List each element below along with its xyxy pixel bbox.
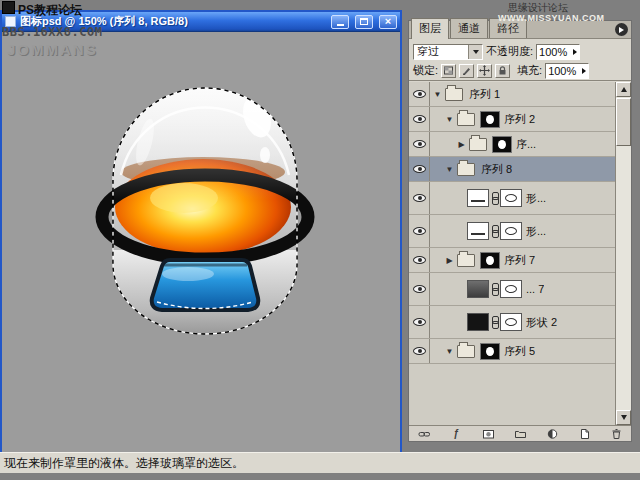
- add-layer-style-button[interactable]: ƒ: [449, 427, 463, 440]
- layer-row[interactable]: 形...: [409, 182, 615, 215]
- collapse-icon[interactable]: ▼: [444, 347, 455, 356]
- lock-icon: [497, 65, 508, 76]
- dropdown-arrow-button[interactable]: [468, 45, 482, 59]
- scroll-down-button[interactable]: [616, 410, 631, 425]
- new-adjustment-layer-button[interactable]: [545, 427, 559, 440]
- eye-icon: [413, 318, 426, 326]
- visibility-toggle[interactable]: [409, 339, 430, 363]
- lock-image-pixels-button[interactable]: [459, 64, 474, 78]
- opacity-input[interactable]: 100%: [536, 44, 580, 60]
- chevron-down-icon: [621, 415, 627, 420]
- layer-thumbnail[interactable]: [467, 189, 489, 207]
- minimize-button[interactable]: [331, 15, 349, 29]
- group-folder-icon: [469, 138, 487, 151]
- tutorial-caption: 现在来制作罩里的液体。选择玻璃罩的选区。: [0, 452, 640, 473]
- add-layer-mask-button[interactable]: [481, 427, 495, 440]
- expand-icon[interactable]: ▶: [444, 256, 455, 265]
- chevron-up-icon: [621, 87, 627, 92]
- link-layers-button[interactable]: [417, 427, 431, 440]
- new-layer-button[interactable]: [577, 427, 591, 440]
- visibility-toggle[interactable]: [409, 132, 430, 156]
- layer-list-scrollbar[interactable]: [615, 82, 631, 425]
- close-button[interactable]: ×: [379, 15, 397, 29]
- close-icon: ×: [385, 16, 391, 27]
- brush-icon: [461, 65, 472, 76]
- layer-name[interactable]: 序列 5: [504, 344, 535, 359]
- adjustment-circle-icon: [546, 428, 559, 440]
- eye-icon: [413, 285, 426, 293]
- layer-name[interactable]: 序列 1: [469, 87, 500, 102]
- visibility-toggle[interactable]: [409, 248, 430, 272]
- new-page-icon: [578, 428, 591, 440]
- layer-row[interactable]: ▶序列 7: [409, 248, 615, 273]
- fill-input[interactable]: 100%: [545, 63, 589, 79]
- layer-row[interactable]: 形...: [409, 215, 615, 248]
- scrollbar-thumb[interactable]: [616, 98, 631, 146]
- layer-name[interactable]: 序列 8: [481, 162, 512, 177]
- layer-row[interactable]: ... 7: [409, 273, 615, 306]
- layer-row[interactable]: ▼序列 2: [409, 107, 615, 132]
- collapse-icon[interactable]: ▼: [432, 90, 443, 99]
- layer-row[interactable]: ▼序列 5: [409, 339, 615, 364]
- visibility-toggle[interactable]: [409, 157, 430, 181]
- tab-layers[interactable]: 图层: [411, 18, 449, 39]
- fill-slider-arrow-icon[interactable]: [582, 68, 586, 74]
- lock-transparent-pixels-button[interactable]: [441, 64, 456, 78]
- vector-mask-thumbnail[interactable]: [500, 313, 522, 331]
- vector-mask-thumbnail[interactable]: [500, 222, 522, 240]
- panel-tab-bar: 图层 通道 路径: [409, 21, 631, 39]
- lock-position-button[interactable]: [477, 64, 492, 78]
- layer-name[interactable]: 序...: [516, 137, 536, 152]
- visibility-toggle[interactable]: [409, 182, 430, 214]
- layer-mask-thumbnail[interactable]: [480, 111, 500, 128]
- eye-icon: [413, 90, 426, 98]
- layers-panel: 图层 通道 路径 穿过 不透明度: 100% 锁定:: [408, 20, 632, 442]
- visibility-toggle[interactable]: [409, 82, 430, 106]
- new-group-button[interactable]: [513, 427, 527, 440]
- expand-icon[interactable]: ▶: [456, 140, 467, 149]
- canvas[interactable]: [2, 32, 400, 452]
- layer-name[interactable]: 形...: [526, 224, 546, 239]
- trash-icon: [610, 428, 623, 440]
- tab-channels[interactable]: 通道: [450, 18, 488, 38]
- opacity-slider-arrow-icon[interactable]: [573, 49, 577, 55]
- layer-mask-thumbnail[interactable]: [480, 343, 500, 360]
- collapse-icon[interactable]: ▼: [444, 165, 455, 174]
- visibility-toggle[interactable]: [409, 306, 430, 338]
- layer-name[interactable]: 形状 2: [526, 315, 557, 330]
- layer-name[interactable]: ... 7: [526, 283, 544, 295]
- restore-icon: [360, 18, 368, 25]
- restore-button[interactable]: [355, 15, 373, 29]
- layer-row[interactable]: ▼序列 1: [409, 82, 615, 107]
- visibility-toggle[interactable]: [409, 107, 430, 131]
- vector-mask-thumbnail[interactable]: [500, 280, 522, 298]
- layer-thumbnail[interactable]: [467, 222, 489, 240]
- layer-row[interactable]: ▶序...: [409, 132, 615, 157]
- layer-name[interactable]: 序列 2: [504, 112, 535, 127]
- layer-row[interactable]: 形状 2: [409, 306, 615, 339]
- layer-mask-thumbnail[interactable]: [480, 252, 500, 269]
- layer-mask-thumbnail[interactable]: [492, 136, 512, 153]
- vector-mask-thumbnail[interactable]: [500, 189, 522, 207]
- blend-mode-select[interactable]: 穿过: [413, 44, 483, 60]
- watermark-author: JOMMANS: [7, 41, 98, 58]
- panel-menu-button[interactable]: [615, 23, 628, 36]
- delete-layer-button[interactable]: [609, 427, 623, 440]
- collapse-icon[interactable]: ▼: [444, 115, 455, 124]
- link-icon: [490, 283, 499, 295]
- layer-thumbnail[interactable]: [467, 313, 489, 331]
- fill-label: 填充:: [517, 63, 542, 78]
- eye-icon: [413, 227, 426, 235]
- visibility-toggle[interactable]: [409, 215, 430, 247]
- move-icon: [479, 65, 490, 76]
- layer-name[interactable]: 序列 7: [504, 253, 535, 268]
- layer-name[interactable]: 形...: [526, 191, 546, 206]
- layer-thumbnail[interactable]: [467, 280, 489, 298]
- lock-all-button[interactable]: [495, 64, 510, 78]
- visibility-toggle[interactable]: [409, 273, 430, 305]
- watermark-site-name: PS教程论坛: [18, 2, 82, 19]
- scroll-up-button[interactable]: [616, 82, 631, 97]
- layer-row[interactable]: ▼序列 8: [409, 157, 615, 182]
- link-icon: [490, 192, 499, 204]
- site-logo-icon: [2, 1, 15, 14]
